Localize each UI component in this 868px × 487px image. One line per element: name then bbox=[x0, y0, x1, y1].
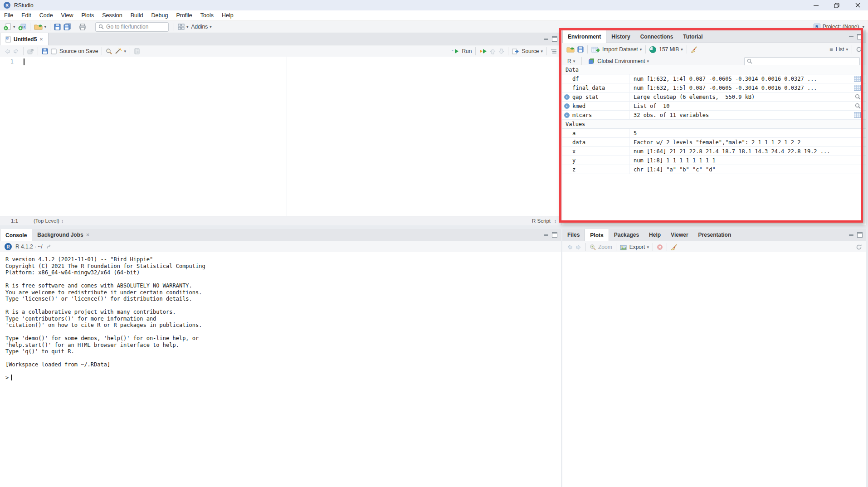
load-workspace-button[interactable] bbox=[565, 44, 576, 55]
environment-search-input[interactable] bbox=[744, 57, 860, 66]
clear-all-plots-button[interactable] bbox=[669, 242, 679, 253]
previous-plot-button[interactable] bbox=[565, 242, 574, 253]
tab-files[interactable]: Files bbox=[562, 229, 585, 241]
code-editor[interactable]: 1 bbox=[0, 57, 561, 216]
expand-object-icon[interactable]: ▸ bbox=[564, 94, 570, 100]
memory-usage-button[interactable]: 157 MiB ▾ bbox=[648, 44, 684, 55]
env-row-a[interactable]: a 5 bbox=[562, 129, 866, 138]
find-replace-button[interactable] bbox=[104, 46, 113, 57]
file-type-indicator[interactable]: R Script bbox=[532, 218, 551, 224]
tab-plots[interactable]: Plots bbox=[585, 229, 609, 241]
open-in-new-window-button[interactable] bbox=[26, 46, 35, 57]
document-outline-button[interactable] bbox=[549, 46, 558, 57]
maximize-pane-icon[interactable] bbox=[552, 36, 557, 42]
back-button[interactable] bbox=[3, 46, 12, 57]
tab-tutorial[interactable]: Tutorial bbox=[678, 30, 707, 43]
menu-edit[interactable]: Edit bbox=[17, 10, 35, 20]
tab-background-jobs[interactable]: Background Jobs ✕ bbox=[32, 229, 94, 241]
env-row-y[interactable]: y num [1:8] 1 1 1 1 1 1 1 1 bbox=[562, 156, 866, 165]
save-workspace-button[interactable] bbox=[576, 44, 585, 55]
clear-objects-button[interactable] bbox=[689, 44, 699, 55]
minimize-pane-icon[interactable] bbox=[849, 36, 853, 37]
save-all-button[interactable] bbox=[62, 22, 73, 32]
remove-plot-button[interactable] bbox=[655, 242, 664, 253]
menu-view[interactable]: View bbox=[57, 10, 78, 20]
next-plot-button[interactable] bbox=[574, 242, 583, 253]
view-table-icon[interactable] bbox=[854, 112, 861, 118]
rerun-button[interactable] bbox=[478, 46, 488, 57]
minimize-pane-icon[interactable] bbox=[544, 39, 548, 40]
forward-button[interactable] bbox=[12, 46, 21, 57]
minimize-pane-icon[interactable] bbox=[849, 234, 853, 236]
export-plot-button[interactable]: Export ▾ bbox=[619, 242, 650, 253]
expand-object-icon[interactable]: ▸ bbox=[564, 103, 570, 109]
tab-history[interactable]: History bbox=[606, 30, 635, 43]
env-row-x[interactable]: x num [1:64] 21 21 22.8 21.4 18.7 18.1 1… bbox=[562, 147, 866, 156]
inspect-object-icon[interactable] bbox=[855, 103, 861, 109]
run-button[interactable]: Run bbox=[450, 46, 473, 57]
env-row-df[interactable]: df num [1:632, 1:4] 0.087 -0.0605 -0.301… bbox=[562, 74, 866, 83]
menu-file[interactable]: File bbox=[0, 10, 17, 20]
new-project-button[interactable]: R bbox=[17, 22, 28, 32]
tab-connections[interactable]: Connections bbox=[635, 30, 678, 43]
console-prompt-line[interactable]: > bbox=[0, 375, 561, 381]
tab-untitled5[interactable]: R Untitled5 ✕ bbox=[0, 33, 49, 45]
zoom-plot-button[interactable]: Zoom bbox=[588, 242, 614, 253]
inspect-object-icon[interactable] bbox=[855, 94, 861, 100]
close-tab-icon[interactable]: ✕ bbox=[86, 233, 90, 237]
refresh-plots-button[interactable] bbox=[854, 242, 863, 253]
go-to-previous-section-button[interactable] bbox=[488, 46, 497, 57]
tab-console[interactable]: Console bbox=[0, 229, 32, 241]
addins-button[interactable]: Addins ▾ bbox=[190, 22, 213, 32]
tab-presentation[interactable]: Presentation bbox=[693, 229, 736, 241]
compile-report-button[interactable] bbox=[132, 46, 141, 57]
source-button[interactable]: Source ▾ bbox=[511, 46, 544, 57]
close-tab-icon[interactable]: ✕ bbox=[39, 37, 43, 42]
env-row-gap-stat[interactable]: ▸gap_stat Large clusGap (6 elements, 550… bbox=[562, 93, 866, 102]
scope-indicator[interactable]: (Top Level) bbox=[34, 218, 59, 224]
show-directory-icon[interactable] bbox=[46, 244, 52, 249]
go-to-next-section-button[interactable] bbox=[497, 46, 506, 57]
project-selector[interactable]: R Project: (None) ▾ bbox=[814, 24, 864, 30]
restore-window-button[interactable] bbox=[826, 0, 847, 10]
env-row-mtcars[interactable]: ▸mtcars 32 obs. of 11 variables bbox=[562, 111, 866, 120]
tab-help[interactable]: Help bbox=[644, 229, 666, 241]
env-row-kmed[interactable]: ▸kmed List of 10 bbox=[562, 102, 866, 111]
menu-tools[interactable]: Tools bbox=[196, 10, 218, 20]
goto-file-function-input[interactable]: Go to file/function bbox=[95, 22, 169, 32]
menu-build[interactable]: Build bbox=[127, 10, 147, 20]
env-row-data[interactable]: data Factor w/ 2 levels "female","male":… bbox=[562, 138, 866, 147]
menu-debug[interactable]: Debug bbox=[147, 10, 172, 20]
menu-profile[interactable]: Profile bbox=[172, 10, 196, 20]
env-row-z[interactable]: z chr [1:4] "a" "b" "c" "d" bbox=[562, 165, 866, 174]
menu-help[interactable]: Help bbox=[218, 10, 238, 20]
open-file-button[interactable]: ▾ bbox=[33, 22, 48, 32]
refresh-environment-button[interactable] bbox=[854, 44, 863, 55]
tab-environment[interactable]: Environment bbox=[562, 30, 606, 43]
console-output-area[interactable]: R version 4.1.2 (2021-11-01) -- "Bird Hi… bbox=[0, 252, 561, 487]
env-row-final-data[interactable]: final_data num [1:632, 1:5] 0.087 -0.060… bbox=[562, 83, 866, 93]
pane-layout-button[interactable]: ▾ bbox=[176, 22, 190, 32]
new-file-button[interactable]: ▾ bbox=[2, 22, 17, 32]
maximize-pane-icon[interactable] bbox=[857, 34, 863, 39]
list-view-button[interactable]: ≡ List ▾ bbox=[828, 44, 849, 55]
maximize-pane-icon[interactable] bbox=[552, 232, 557, 238]
code-tools-button[interactable]: ▾ bbox=[113, 46, 127, 57]
expand-object-icon[interactable]: ▸ bbox=[564, 112, 570, 118]
menu-plots[interactable]: Plots bbox=[77, 10, 98, 20]
print-button[interactable] bbox=[78, 22, 88, 32]
import-dataset-button[interactable]: Import Dataset ▾ bbox=[590, 44, 643, 55]
save-button[interactable] bbox=[53, 22, 62, 32]
view-table-icon[interactable] bbox=[854, 76, 861, 82]
view-table-icon[interactable] bbox=[854, 85, 861, 91]
minimize-pane-icon[interactable] bbox=[544, 234, 548, 236]
save-source-button[interactable] bbox=[40, 46, 49, 57]
tab-viewer[interactable]: Viewer bbox=[666, 229, 693, 241]
close-window-button[interactable] bbox=[847, 0, 868, 10]
menu-code[interactable]: Code bbox=[35, 10, 57, 20]
minimize-window-button[interactable] bbox=[805, 0, 826, 10]
menu-session[interactable]: Session bbox=[98, 10, 126, 20]
source-on-save-checkbox[interactable]: Source on Save bbox=[49, 46, 99, 57]
tab-packages[interactable]: Packages bbox=[609, 229, 644, 241]
maximize-pane-icon[interactable] bbox=[857, 232, 863, 238]
